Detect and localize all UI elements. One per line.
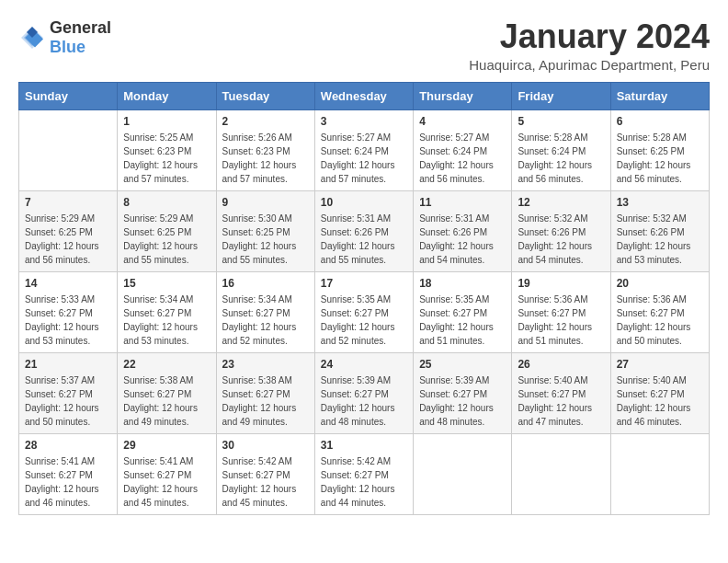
day-info: Sunrise: 5:26 AMSunset: 6:23 PMDaylight:… (222, 131, 309, 186)
day-cell: 4Sunrise: 5:27 AMSunset: 6:24 PMDaylight… (414, 109, 512, 190)
day-number: 16 (222, 277, 309, 290)
day-info: Sunrise: 5:27 AMSunset: 6:24 PMDaylight:… (419, 131, 506, 186)
day-info: Sunrise: 5:41 AMSunset: 6:27 PMDaylight:… (123, 454, 210, 510)
day-cell: 12Sunrise: 5:32 AMSunset: 6:26 PMDayligh… (512, 190, 610, 271)
day-cell: 27Sunrise: 5:40 AMSunset: 6:27 PMDayligh… (610, 352, 709, 433)
day-number: 30 (222, 439, 309, 452)
day-info: Sunrise: 5:32 AMSunset: 6:26 PMDaylight:… (518, 212, 604, 267)
day-number: 1 (123, 115, 210, 128)
day-info: Sunrise: 5:36 AMSunset: 6:27 PMDaylight:… (617, 293, 703, 348)
day-info: Sunrise: 5:39 AMSunset: 6:27 PMDaylight:… (419, 373, 506, 429)
day-number: 13 (617, 196, 703, 209)
day-number: 5 (518, 115, 604, 128)
day-cell: 28Sunrise: 5:41 AMSunset: 6:27 PMDayligh… (19, 433, 118, 514)
header-day-friday: Friday (512, 82, 610, 109)
day-cell: 2Sunrise: 5:26 AMSunset: 6:23 PMDaylight… (216, 109, 314, 190)
day-cell: 19Sunrise: 5:36 AMSunset: 6:27 PMDayligh… (512, 271, 610, 352)
day-number: 2 (222, 115, 309, 128)
day-cell: 31Sunrise: 5:42 AMSunset: 6:27 PMDayligh… (314, 433, 413, 514)
day-info: Sunrise: 5:35 AMSunset: 6:27 PMDaylight:… (321, 293, 407, 348)
header-row: SundayMondayTuesdayWednesdayThursdayFrid… (19, 82, 710, 109)
day-number: 21 (25, 358, 111, 371)
day-info: Sunrise: 5:35 AMSunset: 6:27 PMDaylight:… (419, 293, 506, 348)
week-row-2: 7Sunrise: 5:29 AMSunset: 6:25 PMDaylight… (19, 190, 710, 271)
day-number: 25 (419, 358, 506, 371)
day-cell: 15Sunrise: 5:34 AMSunset: 6:27 PMDayligh… (118, 271, 216, 352)
week-row-5: 28Sunrise: 5:41 AMSunset: 6:27 PMDayligh… (19, 433, 710, 514)
day-info: Sunrise: 5:29 AMSunset: 6:25 PMDaylight:… (123, 212, 210, 267)
week-row-4: 21Sunrise: 5:37 AMSunset: 6:27 PMDayligh… (19, 352, 710, 433)
day-cell: 20Sunrise: 5:36 AMSunset: 6:27 PMDayligh… (610, 271, 709, 352)
day-number: 22 (123, 358, 210, 371)
day-cell: 14Sunrise: 5:33 AMSunset: 6:27 PMDayligh… (19, 271, 118, 352)
header-day-sunday: Sunday (19, 82, 118, 109)
calendar-header: SundayMondayTuesdayWednesdayThursdayFrid… (19, 82, 710, 109)
day-cell: 17Sunrise: 5:35 AMSunset: 6:27 PMDayligh… (314, 271, 413, 352)
day-info: Sunrise: 5:40 AMSunset: 6:27 PMDaylight:… (518, 373, 604, 429)
day-info: Sunrise: 5:29 AMSunset: 6:25 PMDaylight:… (25, 212, 111, 267)
day-number: 17 (321, 277, 407, 290)
day-info: Sunrise: 5:41 AMSunset: 6:27 PMDaylight:… (25, 454, 111, 510)
title-block: January 2024 Huaquirca, Apurimac Departm… (469, 18, 710, 73)
day-cell: 13Sunrise: 5:32 AMSunset: 6:26 PMDayligh… (610, 190, 709, 271)
day-info: Sunrise: 5:28 AMSunset: 6:24 PMDaylight:… (518, 131, 604, 186)
day-number: 18 (419, 277, 506, 290)
day-cell: 9Sunrise: 5:30 AMSunset: 6:25 PMDaylight… (216, 190, 314, 271)
day-number: 28 (25, 439, 111, 452)
day-cell: 24Sunrise: 5:39 AMSunset: 6:27 PMDayligh… (314, 352, 413, 433)
day-info: Sunrise: 5:38 AMSunset: 6:27 PMDaylight:… (123, 373, 210, 429)
header-day-monday: Monday (118, 82, 216, 109)
calendar-title: January 2024 (469, 18, 710, 55)
page-header: General Blue January 2024 Huaquirca, Apu… (18, 18, 710, 73)
day-info: Sunrise: 5:28 AMSunset: 6:25 PMDaylight:… (617, 131, 703, 186)
header-day-thursday: Thursday (414, 82, 512, 109)
day-cell (414, 433, 512, 514)
day-cell (19, 109, 118, 190)
day-number: 20 (617, 277, 703, 290)
day-cell: 25Sunrise: 5:39 AMSunset: 6:27 PMDayligh… (414, 352, 512, 433)
day-cell: 29Sunrise: 5:41 AMSunset: 6:27 PMDayligh… (118, 433, 216, 514)
day-number: 26 (518, 358, 604, 371)
header-day-tuesday: Tuesday (216, 82, 314, 109)
day-cell (610, 433, 709, 514)
day-cell: 5Sunrise: 5:28 AMSunset: 6:24 PMDaylight… (512, 109, 610, 190)
day-number: 10 (321, 196, 407, 209)
logo: General Blue (18, 18, 111, 57)
day-info: Sunrise: 5:30 AMSunset: 6:25 PMDaylight:… (222, 212, 309, 267)
day-number: 6 (617, 115, 703, 128)
day-info: Sunrise: 5:31 AMSunset: 6:26 PMDaylight:… (321, 212, 407, 267)
day-cell: 11Sunrise: 5:31 AMSunset: 6:26 PMDayligh… (414, 190, 512, 271)
day-cell: 6Sunrise: 5:28 AMSunset: 6:25 PMDaylight… (610, 109, 709, 190)
header-day-wednesday: Wednesday (314, 82, 413, 109)
day-number: 8 (123, 196, 210, 209)
day-info: Sunrise: 5:36 AMSunset: 6:27 PMDaylight:… (518, 293, 604, 348)
day-cell: 10Sunrise: 5:31 AMSunset: 6:26 PMDayligh… (314, 190, 413, 271)
day-info: Sunrise: 5:42 AMSunset: 6:27 PMDaylight:… (222, 454, 309, 510)
day-info: Sunrise: 5:40 AMSunset: 6:27 PMDaylight:… (617, 373, 703, 429)
day-cell: 23Sunrise: 5:38 AMSunset: 6:27 PMDayligh… (216, 352, 314, 433)
day-info: Sunrise: 5:31 AMSunset: 6:26 PMDaylight:… (419, 212, 506, 267)
day-number: 15 (123, 277, 210, 290)
day-cell: 3Sunrise: 5:27 AMSunset: 6:24 PMDaylight… (314, 109, 413, 190)
day-number: 24 (321, 358, 407, 371)
day-number: 29 (123, 439, 210, 452)
calendar-subtitle: Huaquirca, Apurimac Department, Peru (469, 57, 710, 73)
week-row-1: 1Sunrise: 5:25 AMSunset: 6:23 PMDaylight… (19, 109, 710, 190)
header-day-saturday: Saturday (610, 82, 709, 109)
logo-icon (18, 24, 46, 52)
day-info: Sunrise: 5:39 AMSunset: 6:27 PMDaylight:… (321, 373, 407, 429)
logo-general-text: General (50, 18, 111, 37)
day-number: 4 (419, 115, 506, 128)
week-row-3: 14Sunrise: 5:33 AMSunset: 6:27 PMDayligh… (19, 271, 710, 352)
calendar-body: 1Sunrise: 5:25 AMSunset: 6:23 PMDaylight… (19, 109, 710, 514)
day-number: 27 (617, 358, 703, 371)
day-cell: 16Sunrise: 5:34 AMSunset: 6:27 PMDayligh… (216, 271, 314, 352)
day-cell: 26Sunrise: 5:40 AMSunset: 6:27 PMDayligh… (512, 352, 610, 433)
day-info: Sunrise: 5:34 AMSunset: 6:27 PMDaylight:… (123, 293, 210, 348)
day-number: 14 (25, 277, 111, 290)
day-info: Sunrise: 5:34 AMSunset: 6:27 PMDaylight:… (222, 293, 309, 348)
day-cell: 18Sunrise: 5:35 AMSunset: 6:27 PMDayligh… (414, 271, 512, 352)
day-number: 31 (321, 439, 407, 452)
day-cell: 21Sunrise: 5:37 AMSunset: 6:27 PMDayligh… (19, 352, 118, 433)
day-info: Sunrise: 5:42 AMSunset: 6:27 PMDaylight:… (321, 454, 407, 510)
